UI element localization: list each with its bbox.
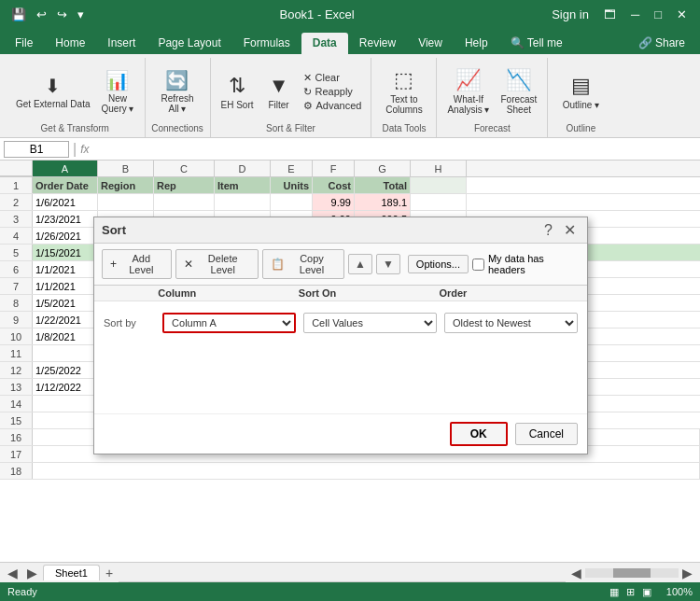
advanced-icon: ⚙: [303, 100, 313, 112]
tab-formulas[interactable]: Formulas: [232, 33, 301, 54]
refresh-icon: 🔄: [165, 69, 189, 91]
next-sheet-button[interactable]: ▶: [23, 566, 41, 580]
signin-button[interactable]: Sign in: [546, 6, 595, 23]
forecast-sheet-button[interactable]: 📉 ForecastSheet: [496, 65, 541, 118]
sort-filter-label: Sort & Filter: [266, 123, 315, 135]
sort-filter-stack: ✕ Clear ↻ Reapply ⚙ Advanced: [300, 71, 366, 113]
dialog-overlay: Sort ? ✕ + Add Level ✕ Delete Level 📋: [0, 161, 700, 562]
view-break-icon[interactable]: ▣: [642, 586, 651, 598]
hscroll-thumb[interactable]: [613, 568, 651, 578]
get-external-data-button[interactable]: ⬇ Get External Data: [11, 72, 94, 112]
ribbon-group-connections: 🔄 RefreshAll ▾ Connections: [146, 58, 211, 137]
sort-order-dropdown[interactable]: Oldest to Newest: [444, 313, 578, 333]
maximize-button[interactable]: □: [649, 6, 667, 23]
add-sheet-button[interactable]: +: [102, 566, 117, 580]
outline-button[interactable]: ▤ Outline ▾: [558, 71, 604, 113]
tab-file[interactable]: File: [4, 33, 44, 54]
delete-level-icon: ✕: [184, 258, 193, 271]
advanced-button[interactable]: ⚙ Advanced: [300, 99, 366, 113]
new-query-button[interactable]: 📊 NewQuery ▾: [96, 66, 138, 117]
column-header-order: Order: [439, 287, 580, 299]
dialog-help-button[interactable]: ?: [540, 223, 556, 238]
share-button[interactable]: 🔗 Share: [627, 33, 696, 54]
get-transform-buttons: ⬇ Get External Data 📊 NewQuery ▾: [11, 60, 139, 123]
title-bar-right: Sign in 🗔 ─ □ ✕: [546, 6, 693, 23]
what-if-button[interactable]: 📈 What-IfAnalysis ▾: [442, 65, 494, 118]
sheet-tab-sheet1[interactable]: Sheet1: [43, 565, 100, 580]
query-icon: 📊: [105, 69, 129, 91]
sort-by-label: Sort by: [104, 317, 155, 328]
forecast-buttons: 📈 What-IfAnalysis ▾ 📉 ForecastSheet: [442, 60, 541, 123]
clear-icon: ✕: [303, 72, 312, 84]
clear-button[interactable]: ✕ Clear: [300, 71, 366, 85]
dialog-close-button[interactable]: ✕: [560, 223, 580, 238]
move-up-button[interactable]: ▲: [348, 254, 372, 274]
my-data-headers-label: My data has headers: [488, 253, 580, 275]
tab-home[interactable]: Home: [44, 33, 96, 54]
forecast-label: Forecast: [474, 123, 511, 135]
reapply-icon: ↻: [303, 86, 312, 98]
delete-level-button[interactable]: ✕ Delete Level: [175, 249, 259, 279]
ribbon-display-button[interactable]: 🗔: [598, 6, 622, 23]
scroll-right-button[interactable]: ▶: [679, 566, 696, 580]
dialog-title-bar: Sort ? ✕: [94, 217, 587, 244]
tab-page-layout[interactable]: Page Layout: [147, 33, 231, 54]
formula-input[interactable]: [93, 143, 697, 156]
tab-help[interactable]: Help: [454, 33, 499, 54]
zoom-level: 100%: [666, 586, 693, 597]
reapply-button[interactable]: ↻ Reapply: [300, 85, 366, 99]
cancel-button[interactable]: Cancel: [515, 423, 578, 445]
view-normal-icon[interactable]: ▦: [609, 586, 619, 598]
my-data-headers-section: My data has headers: [472, 253, 580, 275]
view-page-icon[interactable]: ⊞: [626, 586, 635, 598]
sort-icon: ⇅: [229, 74, 245, 98]
column-header-col: Column: [158, 287, 299, 299]
add-level-button[interactable]: + Add Level: [102, 249, 172, 279]
options-button[interactable]: Options...: [408, 255, 469, 273]
dialog-footer: OK Cancel: [94, 413, 587, 454]
connections-buttons: 🔄 RefreshAll ▾: [156, 60, 198, 123]
tab-review[interactable]: Review: [348, 33, 407, 54]
ribbon-group-forecast: 📈 What-IfAnalysis ▾ 📉 ForecastSheet Fore…: [437, 58, 548, 137]
ribbon-group-sort-filter: ⇅ EH Sort ▼ Filter ✕ Clear ↻ Reapply ⚙ A…: [211, 58, 372, 137]
redo-button[interactable]: ↪: [53, 6, 71, 23]
move-down-button[interactable]: ▼: [376, 254, 400, 274]
data-tools-label: Data Tools: [382, 123, 426, 135]
scroll-left-button[interactable]: ◀: [567, 566, 585, 580]
filter-button[interactable]: ▼ Filter: [260, 71, 298, 113]
column-header-sort-on: Sort On: [299, 287, 440, 299]
sort-button[interactable]: ⇅ EH Sort: [217, 71, 259, 113]
ok-button[interactable]: OK: [450, 422, 508, 446]
prev-sheet-button[interactable]: ◀: [4, 566, 21, 580]
sort-dialog: Sort ? ✕ + Add Level ✕ Delete Level 📋: [93, 217, 588, 454]
sort-on-dropdown[interactable]: Cell Values: [303, 313, 437, 333]
dialog-title: Sort: [102, 223, 126, 237]
copy-level-icon: 📋: [271, 258, 285, 271]
get-transform-label: Get & Transform: [41, 123, 109, 135]
save-button[interactable]: 💾: [7, 6, 30, 23]
undo-button[interactable]: ↩: [33, 6, 50, 23]
formula-bar: | fx: [0, 138, 700, 161]
customize-button[interactable]: ▾: [74, 6, 88, 23]
quick-access-toolbar: 💾 ↩ ↪ ▾: [7, 6, 88, 23]
title-bar-left: 💾 ↩ ↪ ▾: [7, 6, 88, 23]
outline-buttons: ▤ Outline ▾: [558, 60, 604, 123]
forecast-icon: 📉: [506, 68, 531, 92]
tab-view[interactable]: View: [407, 33, 454, 54]
sort-filter-buttons: ⇅ EH Sort ▼ Filter ✕ Clear ↻ Reapply ⚙ A…: [217, 60, 366, 123]
tab-insert[interactable]: Insert: [96, 33, 147, 54]
ribbon-tabs: File Home Insert Page Layout Formulas Da…: [0, 28, 700, 54]
window-title: Book1 - Excel: [279, 7, 354, 21]
name-box[interactable]: [4, 141, 69, 158]
tab-tell-me[interactable]: 🔍 Tell me: [499, 33, 574, 54]
tab-data[interactable]: Data: [301, 33, 348, 54]
my-data-headers-checkbox[interactable]: [472, 259, 484, 271]
sort-column-dropdown[interactable]: Column A: [162, 313, 296, 333]
copy-level-button[interactable]: 📋 Copy Level: [262, 249, 344, 279]
minimize-button[interactable]: ─: [625, 6, 645, 23]
data-tools-buttons: ⬚ Text toColumns: [381, 60, 427, 123]
get-data-icon: ⬇: [45, 75, 61, 97]
refresh-all-button[interactable]: 🔄 RefreshAll ▾: [156, 66, 198, 117]
text-to-columns-button[interactable]: ⬚ Text toColumns: [381, 65, 427, 118]
close-button[interactable]: ✕: [671, 6, 693, 23]
